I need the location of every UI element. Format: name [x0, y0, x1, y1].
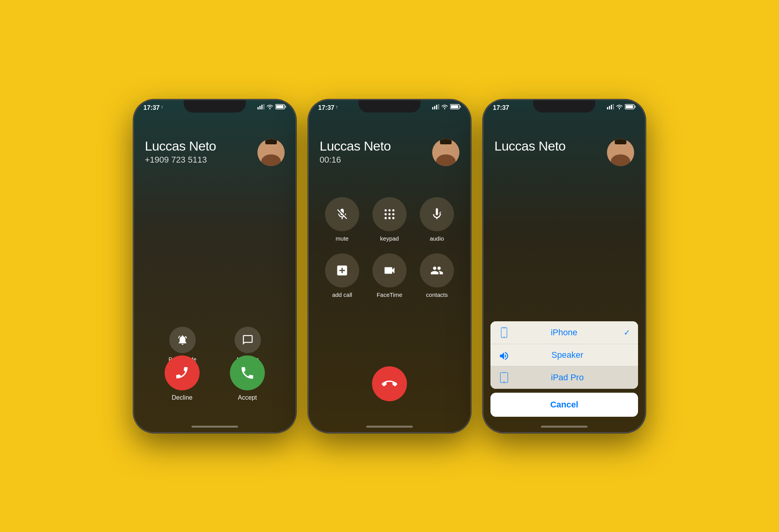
- svg-rect-12: [265, 139, 277, 144]
- battery-icon-2: [450, 104, 461, 109]
- iphone-option-label: iPhone: [516, 328, 612, 338]
- status-time-3: 17:37: [493, 104, 509, 112]
- decline-circle: [165, 355, 200, 390]
- contact-name-1: Luccas Neto: [145, 139, 257, 153]
- mute-control[interactable]: mute: [320, 197, 364, 242]
- audio-control[interactable]: audio: [415, 197, 459, 242]
- svg-point-9: [261, 156, 281, 166]
- svg-rect-53: [503, 373, 505, 373]
- wifi-icon-1: [266, 104, 273, 109]
- audio-option-iphone[interactable]: iPhone ✓: [490, 321, 638, 344]
- iphone-check-icon: ✓: [624, 328, 630, 337]
- avatar-image-3: [607, 139, 634, 166]
- svg-rect-38: [613, 104, 614, 109]
- avatar-3: [607, 139, 634, 166]
- svg-rect-35: [607, 107, 608, 109]
- decline-btn[interactable]: Decline: [165, 355, 200, 401]
- svg-rect-37: [611, 105, 612, 109]
- svg-rect-40: [626, 105, 633, 108]
- accept-btn[interactable]: Accept: [230, 355, 265, 401]
- contacts-icon: [430, 264, 443, 277]
- accept-icon: [240, 365, 255, 381]
- message-icon-wrapper: [235, 327, 261, 353]
- facetime-icon: [383, 264, 396, 277]
- facetime-control[interactable]: FaceTime: [368, 253, 411, 298]
- decline-label: Decline: [172, 394, 192, 401]
- mute-circle: [325, 197, 359, 231]
- svg-rect-49: [503, 328, 505, 328]
- cancel-btn[interactable]: Cancel: [490, 393, 638, 417]
- svg-rect-14: [434, 106, 435, 109]
- mute-label: mute: [336, 235, 348, 242]
- accept-circle: [230, 355, 265, 390]
- contact-section-1: Luccas Neto +1909 723 5113: [134, 131, 296, 174]
- phones-container: 17:37 ↑ Luccas Neto +1909 723 5113: [133, 99, 646, 433]
- speaker-option-label: Speaker: [516, 350, 619, 360]
- svg-point-31: [392, 213, 395, 215]
- signal-icon-3: [607, 104, 614, 109]
- battery-icon-1: [275, 104, 286, 109]
- svg-point-27: [388, 209, 391, 211]
- svg-point-44: [611, 156, 630, 166]
- status-icons-1: [257, 104, 286, 109]
- audio-label: audio: [430, 235, 444, 242]
- svg-point-21: [440, 144, 452, 156]
- status-icons-3: [607, 104, 636, 109]
- svg-rect-3: [263, 104, 264, 109]
- contacts-label: contacts: [426, 291, 448, 298]
- svg-point-32: [384, 217, 387, 219]
- end-call-circle: [372, 366, 407, 401]
- ipad-pro-option-label: iPad Pro: [516, 373, 619, 383]
- home-indicator-1: [191, 426, 238, 428]
- svg-rect-18: [451, 105, 458, 108]
- end-call-btn[interactable]: [372, 366, 407, 401]
- svg-point-22: [436, 156, 456, 166]
- svg-point-46: [622, 148, 624, 150]
- status-time-2: 17:37: [318, 104, 334, 112]
- svg-point-23: [443, 148, 444, 150]
- add-call-circle: [325, 253, 359, 288]
- svg-point-24: [447, 148, 449, 150]
- svg-point-8: [265, 144, 277, 156]
- phone-incoming: 17:37 ↑ Luccas Neto +1909 723 5113: [133, 99, 296, 433]
- svg-rect-16: [438, 104, 439, 109]
- avatar-2: [432, 139, 459, 166]
- svg-rect-36: [609, 106, 610, 109]
- contacts-control[interactable]: contacts: [415, 253, 459, 298]
- iphone-device-icon: [500, 327, 508, 338]
- signal-icon-1: [257, 104, 264, 109]
- iphone-option-icon: [498, 327, 510, 338]
- add-call-icon: [336, 264, 349, 277]
- avatar-1: [257, 139, 285, 166]
- controls-grid: mute keypad: [309, 197, 470, 298]
- svg-rect-0: [257, 107, 259, 109]
- svg-rect-41: [635, 106, 636, 108]
- end-call-icon: [382, 376, 397, 392]
- ipad-option-icon: [498, 372, 510, 383]
- svg-point-11: [273, 148, 274, 150]
- svg-point-34: [392, 217, 395, 219]
- svg-point-33: [388, 217, 391, 219]
- notch-3: [533, 100, 595, 113]
- svg-point-50: [504, 336, 505, 337]
- keypad-label: keypad: [380, 235, 399, 242]
- accept-label: Accept: [238, 394, 257, 401]
- audio-option-ipad-pro[interactable]: iPad Pro: [490, 366, 638, 389]
- add-call-label: add call: [332, 291, 352, 298]
- avatar-image-1: [257, 139, 285, 166]
- svg-rect-15: [436, 105, 437, 109]
- contact-info-1: Luccas Neto +1909 723 5113: [145, 139, 257, 165]
- mute-icon: [336, 208, 349, 221]
- home-indicator-3: [541, 426, 588, 428]
- add-call-control[interactable]: add call: [320, 253, 364, 298]
- remind-me-icon-wrapper: [169, 327, 196, 353]
- signal-icon-2: [432, 104, 439, 109]
- wifi-icon-3: [616, 104, 623, 109]
- location-icon-1: ↑: [161, 104, 163, 110]
- audio-options-group: iPhone ✓ Speaker: [490, 321, 638, 389]
- audio-option-speaker[interactable]: Speaker: [490, 344, 638, 366]
- keypad-control[interactable]: keypad: [368, 197, 411, 242]
- cancel-label: Cancel: [550, 400, 578, 409]
- alarm-icon: [177, 334, 188, 346]
- call-buttons: Decline Accept: [134, 355, 296, 401]
